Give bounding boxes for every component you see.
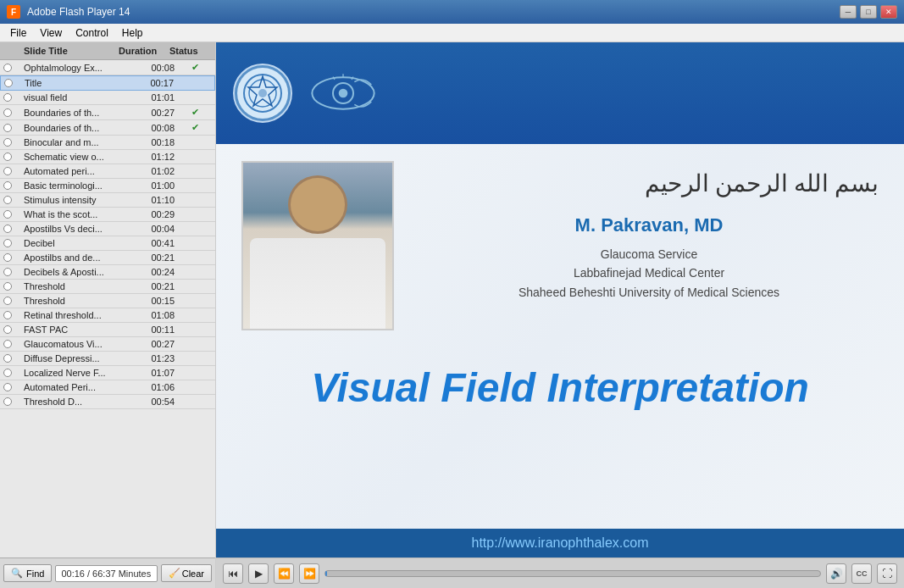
profile-photo [241,161,394,330]
menu-bar: File View Control Help [0,24,904,42]
clear-button[interactable]: 🧹 Clear [161,564,212,582]
list-item[interactable]: Glaucomatous Vi... 00:27 [0,337,215,352]
list-item[interactable]: Schematic view o... 01:12 [0,150,215,164]
forward-button[interactable]: ⏩ [299,563,319,584]
slide-duration: 01:08 [132,310,178,320]
slide-title-text: Decibels & Aposti... [24,267,132,277]
right-info: بسم الله الرحمن الرحيم M. Pakravan, MD G… [419,161,879,302]
slide-title-text: Automated Peri... [24,382,132,392]
restore-button[interactable]: □ [860,5,877,19]
header-title-col: Slide Title [24,46,119,56]
slide-title-text: Threshold [24,296,132,306]
list-item[interactable]: Automated peri... 01:02 [0,164,215,179]
slide-duration: 00:08 [132,63,178,73]
slide-indicator [3,153,12,161]
slide-title-text: Boundaries of th... [24,108,132,118]
slide-indicator [3,225,12,233]
window-controls: ─ □ ✕ [840,5,897,19]
slide-indicator [3,64,12,72]
slide-indicator [3,354,12,363]
menu-help[interactable]: Help [115,25,150,41]
slide-title-text: Binocular and m... [24,137,132,147]
doctor-affiliation-1: Glaucoma Service [445,245,853,263]
cc-button[interactable]: CC [851,563,872,584]
slide-duration: 01:07 [132,368,178,378]
list-item[interactable]: visual field 01:01 [0,91,215,105]
slide-header [216,42,904,144]
list-item[interactable]: Automated Peri... 01:06 [0,380,215,395]
slide-title-text: Basic terminologi... [24,180,132,191]
slide-duration: 00:41 [132,238,178,248]
list-item[interactable]: Threshold 00:21 [0,280,215,294]
list-item[interactable]: Decibels & Aposti... 00:24 [0,265,215,280]
list-item[interactable]: What is the scot... 00:29 [0,208,215,222]
menu-file[interactable]: File [3,25,33,41]
list-item[interactable]: Binocular and m... 00:18 [0,136,215,150]
list-item[interactable]: Decibel 00:41 [0,236,215,251]
slide-title-text: Glaucomatous Vi... [24,339,132,349]
list-item[interactable]: Boundaries of th... 00:27 ✔ [0,105,215,120]
slide-indicator [3,181,12,190]
list-item[interactable]: Threshold D... 00:54 [0,395,215,409]
slide-footer: http://www.iranophthalex.com [216,529,904,557]
list-item[interactable]: Retinal threshold... 01:08 [0,308,215,323]
progress-bar[interactable] [324,570,821,577]
list-item[interactable]: Stimulus intensity 01:10 [0,193,215,208]
slide-title-text: Stimulus intensity [24,195,132,205]
list-item[interactable]: Threshold 00:15 [0,294,215,308]
minimize-button[interactable]: ─ [840,5,857,19]
slide-duration: 00:24 [132,267,178,277]
prev-slide-button[interactable]: ⏮ [223,563,243,584]
slide-duration: 01:02 [132,166,178,176]
play-button[interactable]: ▶ [248,563,269,584]
slide-duration: 00:08 [132,123,178,133]
slide-indicator [3,369,12,377]
list-item[interactable]: Apostilbs Vs deci... 00:04 [0,222,215,236]
slide-indicator [3,124,12,132]
slide-indicator [3,268,12,276]
rewind-button[interactable]: ⏪ [274,563,294,584]
list-item[interactable]: Basic terminologi... 01:00 [0,179,215,193]
doctor-affiliation-2: Labbafinejad Medical Center [445,263,853,282]
list-item[interactable]: Apostilbs and de... 00:21 [0,251,215,265]
slide-list: Ophtalmology Ex... 00:08 ✔ Title 00:17 v… [0,60,215,557]
menu-control[interactable]: Control [69,25,115,41]
slide-duration: 00:54 [132,397,178,407]
slide-title-text: Localized Nerve F... [24,368,132,378]
slide-indicator [3,210,12,219]
slide-duration: 00:27 [132,108,178,118]
sidebar-header: Slide Title Duration Status [0,42,215,60]
slide-title-text: What is the scot... [24,209,132,219]
list-item[interactable]: Boundaries of th... 00:08 ✔ [0,120,215,136]
list-item[interactable]: Localized Nerve F... 01:07 [0,366,215,380]
menu-view[interactable]: View [33,25,69,41]
slide-title-text: Automated peri... [24,166,132,176]
slide-indicator [3,138,12,147]
content-area: بسم الله الرحمن الرحيم M. Pakravan, MD G… [216,42,904,588]
slide-duration: 00:15 [132,296,178,306]
slide-indicator [3,297,12,305]
close-button[interactable]: ✕ [880,5,897,19]
slide-indicator [3,397,12,406]
slide-title-text: Title [25,78,131,88]
find-button[interactable]: 🔍 Find [3,564,52,582]
progress-fill [325,571,327,576]
slide-indicator [3,325,12,334]
list-item[interactable]: Ophtalmology Ex... 00:08 ✔ [0,60,215,75]
ornament-inner [237,68,288,119]
slide-indicator [3,93,12,102]
slide-indicator [3,253,12,262]
slide-title-text: Apostilbs Vs deci... [24,224,132,234]
list-item[interactable]: FAST PAC 00:11 [0,323,215,337]
volume-button[interactable]: 🔊 [826,563,846,584]
slide-duration: 01:01 [132,92,178,103]
time-display: 00:16 / 66:37 Minutes [55,565,157,582]
sidebar-bottom: 🔍 Find 00:16 / 66:37 Minutes 🧹 Clear [0,557,215,588]
slide-status: ✔ [178,107,212,118]
fullscreen-button[interactable]: ⛶ [877,563,897,584]
list-item[interactable]: Diffuse Depressi... 01:23 [0,352,215,366]
title-bar: F Adobe Flash Player 14 ─ □ ✕ [0,0,904,24]
list-item[interactable]: Title 00:17 [0,75,215,91]
slide-main-title: Visual Field Interpretation [216,347,904,428]
slide-top: بسم الله الرحمن الرحيم M. Pakravan, MD G… [216,144,904,347]
